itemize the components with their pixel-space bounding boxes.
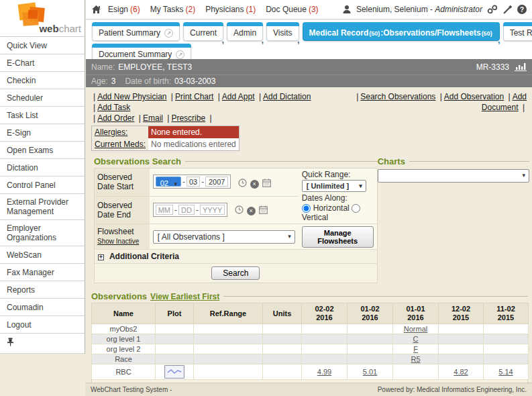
vertical-radio-label: Vertical [302, 213, 374, 222]
search-button[interactable]: Search [211, 266, 260, 280]
sidebar-item-employer-organizations[interactable]: Employer Organizations [0, 220, 85, 246]
table-header-row: Name Plot Ref.Range Units 02-022016 01-0… [92, 303, 529, 324]
current-meds-link[interactable]: Current Meds: [95, 140, 146, 149]
menu-item-doc-queue[interactable]: Doc Queue(3) [266, 5, 318, 14]
sidebar-item-e-chart[interactable]: E-Chart [0, 54, 85, 72]
email-link[interactable]: Email [143, 113, 163, 123]
menu-item-esign[interactable]: Esign(6) [108, 5, 140, 14]
add-appt-link[interactable]: Add Appt [222, 92, 255, 101]
tab-test-results[interactable]: Test Results [503, 22, 532, 41]
add-observation-link[interactable]: Add Observation [444, 92, 504, 101]
flowsheet-label: Flowsheet [97, 227, 134, 236]
sidebar-item-open-exams[interactable]: Open Exams [0, 142, 85, 159]
observed-date-start-label: Observed Date Start [95, 168, 150, 197]
charts-select[interactable] [378, 169, 529, 183]
obs-value-link[interactable]: Normal [404, 325, 427, 333]
quick-range-label: Quick Range: [302, 170, 374, 179]
end-day-field[interactable]: DD [178, 205, 195, 215]
time-icon[interactable] [238, 179, 247, 189]
tab-medical-record-observations[interactable]: Medical Record(50):Observations/Flowshee… [303, 22, 500, 41]
plot-button[interactable] [164, 365, 184, 379]
sidebar-item-task-list[interactable]: Task List [0, 107, 85, 124]
observed-date-start-input[interactable]: 02 - 03 - 2007 [153, 175, 231, 189]
manage-flowsheets-button[interactable]: Manage Flowsheets [302, 226, 374, 248]
col-date-2: 01-022016 [348, 303, 393, 324]
calendar-icon[interactable] [259, 205, 268, 216]
add-dictation-link[interactable]: Add Dictation [263, 92, 311, 101]
allergies-value: None entered. [148, 126, 239, 138]
sidebar-item-webscan[interactable]: WebScan [0, 246, 85, 264]
obs-value-link[interactable]: 5.01 [363, 368, 377, 376]
quick-range-select[interactable]: [ Unlimited ] [302, 180, 366, 192]
end-year-field[interactable]: YYYY [200, 205, 225, 215]
obs-value-link[interactable]: F [413, 345, 418, 353]
obs-value-link[interactable]: R5 [411, 355, 420, 363]
current-meds-value: No medications entered [148, 138, 239, 150]
observations-section: Observations View Earliest First Name Pl… [91, 291, 528, 393]
allergies-link[interactable]: Allergies: [95, 128, 127, 137]
search-observations-link[interactable]: Search Observations [360, 92, 435, 101]
top-bar: Esign(6) My Tasks(2) Physicians(1) Doc Q… [86, 0, 532, 19]
add-task-link[interactable]: Add Task [97, 103, 130, 112]
tab-admin[interactable]: Admin [227, 22, 263, 41]
time-icon[interactable] [235, 205, 244, 216]
vertical-radio[interactable] [352, 204, 360, 213]
sidebar-item-logout[interactable]: Logout [0, 316, 85, 334]
col-date-5: 11-022015 [484, 303, 529, 324]
sidebar-item-reports[interactable]: Reports [0, 281, 85, 299]
clear-date-icon[interactable] [247, 207, 256, 215]
clear-date-icon[interactable] [250, 180, 259, 189]
obs-value-link[interactable]: 5.14 [498, 368, 513, 376]
end-month-field[interactable]: MM [156, 205, 173, 215]
sidebar-item-coumadin[interactable]: Coumadin [0, 299, 85, 316]
tab-patient-summary[interactable]: Patient Summary [92, 22, 180, 41]
horizontal-radio[interactable] [302, 204, 311, 213]
sidebar-item-checkin[interactable]: Checkin [0, 72, 85, 89]
sidebar-item-dictation[interactable]: Dictation [0, 159, 85, 177]
sidebar-item-control-panel[interactable]: Control Panel [0, 177, 85, 194]
additional-criteria-label[interactable]: Additional Criteria [109, 252, 179, 261]
view-earliest-first-link[interactable]: View Earliest First [150, 292, 219, 301]
link-icon[interactable] [487, 5, 498, 14]
sidebar-item-fax-manager[interactable]: Fax Manager [0, 264, 85, 281]
sidebar-nav: Quick View E-Chart Checkin Scheduler Tas… [0, 37, 85, 354]
obs-name: org level 1 [92, 334, 156, 344]
sidebar-item-quick-view[interactable]: Quick View [0, 37, 85, 54]
home-icon[interactable] [91, 5, 101, 14]
popup-icon[interactable] [164, 29, 173, 38]
wand-icon[interactable] [502, 5, 513, 14]
add-order-link[interactable]: Add Order [97, 113, 134, 123]
flowsheet-select[interactable]: [ All Observations ] [153, 230, 295, 244]
observed-date-end-input[interactable]: MM - DD - YYYY [153, 203, 228, 217]
sidebar-item-e-sign[interactable]: E-Sign [0, 124, 85, 142]
obs-value-link[interactable]: 4.99 [317, 368, 331, 376]
pin-icon [7, 337, 14, 348]
obs-name: RBC [92, 364, 156, 380]
start-day-field[interactable]: 03 [187, 177, 200, 187]
footer-powered-by: Powered by: Medical Informatics Engineer… [378, 386, 527, 393]
add-new-physician-link[interactable]: Add New Physician [97, 92, 166, 101]
popup-icon[interactable] [176, 50, 184, 59]
start-month-field[interactable]: 02 [156, 177, 181, 187]
topbar-menu: Esign(6) My Tasks(2) Physicians(1) Doc Q… [108, 5, 319, 14]
prescribe-link[interactable]: Prescribe [171, 113, 205, 123]
calendar-icon[interactable] [262, 179, 271, 189]
tab-current[interactable]: Current [183, 22, 223, 41]
expand-icon[interactable] [98, 254, 104, 260]
sidebar-item-external-provider-management[interactable]: External Provider Management [0, 194, 85, 220]
sidebar-item-scheduler[interactable]: Scheduler [0, 89, 85, 107]
webchart-logo[interactable]: webchart [0, 0, 85, 37]
print-chart-link[interactable]: Print Chart [175, 92, 213, 101]
col-date-4: 12-022015 [439, 303, 484, 324]
show-inactive-link[interactable]: Show Inactive [97, 238, 139, 245]
table-row: RBC 4.99 5.01 4.82 5.14 [92, 364, 529, 380]
tab-visits[interactable]: Visits [266, 22, 299, 41]
menu-item-physicians[interactable]: Physicians(1) [205, 5, 256, 14]
obs-value-link[interactable]: 4.82 [454, 368, 468, 376]
menu-item-my-tasks[interactable]: My Tasks(2) [150, 5, 195, 14]
start-year-field[interactable]: 2007 [205, 177, 228, 187]
patient-chart-icon[interactable] [515, 62, 527, 71]
sidebar-pin-toggle[interactable] [0, 334, 85, 354]
help-icon[interactable] [517, 5, 527, 14]
obs-value-link[interactable]: C [413, 335, 419, 343]
